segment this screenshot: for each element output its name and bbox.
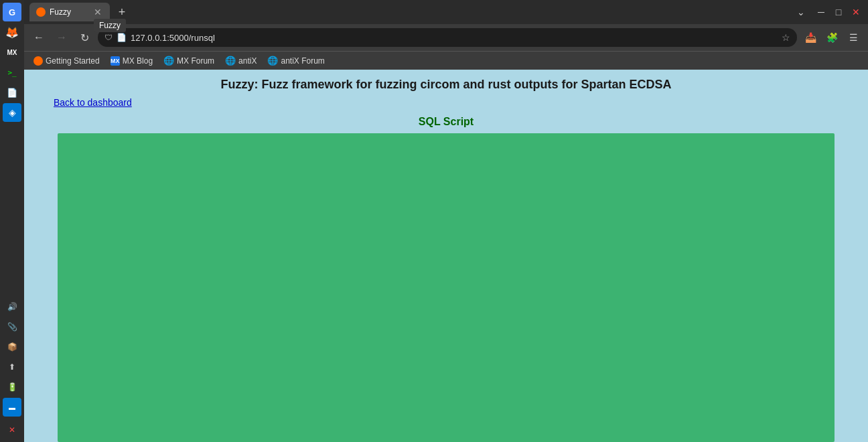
paperclip-icon[interactable]: 📎 [3,317,21,336]
extensions-icon[interactable]: 🧩 [822,28,841,47]
bookmark-globe-icon-3: 🌐 [267,56,278,66]
bottom-item[interactable]: ▬ [3,398,21,417]
firefox-icon[interactable]: 🦊 [3,23,21,42]
reload-button[interactable]: ↻ [75,28,94,47]
bookmark-favicon-mx: MX [111,56,120,66]
new-tab-button[interactable]: + [113,3,131,21]
terminal-icon[interactable]: >_ [3,63,21,82]
os-taskbar: G 🦊 MX >_ 📄 ◈ 🔊 📎 📦 ⬆ 🔋 ▬ ✕ [0,0,24,442]
mx-icon[interactable]: MX [3,43,21,62]
cube-icon[interactable]: 📦 [3,338,21,356]
navigation-toolbar: ← → ↻ 🛡 📄 ☆ 📥 🧩 ☰ [24,24,868,51]
bookmark-star-icon[interactable]: ☆ [782,32,790,43]
minimize-button[interactable]: ─ [814,5,828,19]
bookmarks-bar: Getting Started MX MX Blog 🌐 MX Forum 🌐 … [24,51,868,70]
maximize-button[interactable]: □ [832,5,845,19]
tab-bar: Fuzzy ✕ + Fuzzy [29,3,786,21]
security-icon: 🛡 [104,33,113,42]
bookmark-label: MX Forum [177,56,214,66]
back-button[interactable]: ← [29,28,48,47]
page-content: Fuzzy: Fuzz framework for fuzzing circom… [24,70,868,442]
sql-script-label: SQL Script [24,113,868,133]
close-button[interactable]: ✕ [849,5,863,19]
bookmark-label: antiX Forum [281,56,324,66]
forward-button[interactable]: → [52,28,71,47]
tab-close-button[interactable]: ✕ [92,7,103,17]
url-input[interactable] [131,33,778,43]
window-controls: ⌄ ─ □ ✕ [794,5,863,19]
files-icon[interactable]: 📄 [3,83,21,102]
tab-favicon [36,7,46,17]
upload-icon[interactable]: ⬆ [3,358,21,376]
tabs-dropdown-button[interactable]: ⌄ [794,5,808,19]
toolbar-actions: 📥 🧩 ☰ [801,28,863,47]
bookmark-mx-blog[interactable]: MX MX Blog [106,55,157,67]
bookmark-mx-forum[interactable]: 🌐 MX Forum [159,54,218,67]
google-icon[interactable]: G [3,3,21,21]
bookmark-globe-icon-2: 🌐 [225,56,236,66]
bookmark-label: Getting Started [46,56,100,66]
page-title: Fuzzy: Fuzz framework for fuzzing circom… [24,70,868,96]
sql-script-area[interactable] [58,133,835,442]
tab-label: Fuzzy [50,7,71,17]
active-tab[interactable]: Fuzzy ✕ [29,3,110,21]
bookmark-label: antiX [238,56,257,66]
bookmark-antix-forum[interactable]: 🌐 antiX Forum [263,54,328,67]
battery-icon[interactable]: 🔋 [3,378,21,396]
bookmark-antix[interactable]: 🌐 antiX [221,54,261,67]
x-icon[interactable]: ✕ [3,421,21,439]
sound-icon[interactable]: 🔊 [3,297,21,316]
menu-button[interactable]: ☰ [844,28,863,47]
page-icon: 📄 [117,33,127,42]
back-to-dashboard-link[interactable]: Back to dashboard [24,96,868,113]
browser-window: Fuzzy ✕ + Fuzzy ⌄ ─ □ ✕ ← → ↻ 🛡 📄 ☆ 📥 🧩 … [24,0,868,442]
title-bar: Fuzzy ✕ + Fuzzy ⌄ ─ □ ✕ [24,0,868,24]
bookmark-label: MX Blog [123,56,153,66]
bookmark-globe-icon: 🌐 [163,56,174,66]
bookmark-favicon-firefox [33,56,43,66]
pocket-icon[interactable]: 📥 [801,28,820,47]
bookmark-getting-started[interactable]: Getting Started [29,55,104,67]
vscode-icon[interactable]: ◈ [3,103,21,122]
address-bar[interactable]: 🛡 📄 ☆ [98,28,797,47]
